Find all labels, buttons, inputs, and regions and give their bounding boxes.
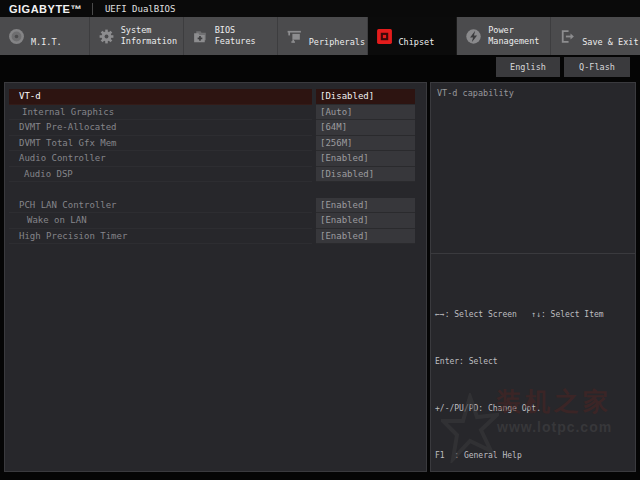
setting-row-dvmt-total-gfx-mem[interactable]: DVMT Total Gfx Mem [256M]: [5, 136, 426, 152]
dial-icon: [8, 28, 25, 45]
setting-label: Audio Controller: [9, 151, 312, 167]
setting-label: Audio DSP: [9, 167, 312, 183]
settings-rows: VT-d [Disabled] Internal Graphics [Auto]…: [5, 89, 426, 244]
tab-system-information[interactable]: System Information: [90, 17, 184, 55]
setting-value[interactable]: [Enabled]: [316, 213, 415, 229]
tab-bios-features[interactable]: BIOS Features: [184, 17, 278, 55]
folder-plus-icon: [192, 28, 209, 45]
setting-value[interactable]: [Auto]: [316, 105, 415, 121]
setting-label: Wake on LAN: [9, 213, 312, 229]
setting-label: PCH LAN Controller: [9, 198, 312, 214]
setting-row-audio-controller[interactable]: Audio Controller [Enabled]: [5, 151, 426, 167]
tab-label: BIOS Features: [215, 25, 277, 47]
tab-chipset[interactable]: Chipset: [368, 17, 458, 55]
setting-value[interactable]: [64M]: [316, 120, 415, 136]
qflash-button[interactable]: Q-Flash: [564, 57, 630, 77]
tab-peripherals[interactable]: Peripherals: [278, 17, 368, 55]
setting-row-high-precision-timer[interactable]: High Precision Timer [Enabled]: [5, 229, 426, 245]
setting-label: High Precision Timer: [9, 229, 312, 245]
exit-icon: [559, 28, 576, 45]
setting-label: DVMT Total Gfx Mem: [9, 136, 312, 152]
setting-row-pch-lan-controller[interactable]: PCH LAN Controller [Enabled]: [5, 198, 426, 214]
gigabyte-logo: GIGABYTE™: [9, 3, 82, 15]
bios-title: UEFI DualBIOS: [105, 4, 175, 14]
tab-label: Chipset: [399, 37, 435, 55]
tab-mit[interactable]: M.I.T.: [0, 17, 90, 55]
key-legend: ←→: Select Screen ↑↓: Select Item Enter:…: [435, 276, 633, 480]
settings-spacer-row: [5, 182, 426, 198]
setting-value[interactable]: [Enabled]: [316, 198, 415, 214]
setting-value[interactable]: [256M]: [316, 136, 415, 152]
setting-value[interactable]: [Disabled]: [316, 167, 415, 183]
lightning-icon: [465, 28, 482, 45]
gear-icon: [98, 28, 115, 45]
settings-pane: VT-d [Disabled] Internal Graphics [Auto]…: [4, 82, 427, 472]
setting-row-vtd[interactable]: VT-d [Disabled]: [5, 89, 426, 105]
tab-label: Save & Exit: [582, 37, 638, 55]
tab-label: M.I.T.: [31, 37, 62, 55]
setting-row-internal-graphics[interactable]: Internal Graphics [Auto]: [5, 105, 426, 121]
titlebar: GIGABYTE™ UEFI DualBIOS: [0, 0, 640, 17]
setting-value[interactable]: [Enabled]: [316, 151, 415, 167]
titlebar-divider: [92, 3, 93, 15]
tab-label: Peripherals: [309, 37, 365, 55]
setting-row-audio-dsp[interactable]: Audio DSP [Disabled]: [5, 167, 426, 183]
setting-label: DVMT Pre-Allocated: [9, 120, 312, 136]
chip-icon: [376, 28, 393, 45]
language-button[interactable]: English: [496, 57, 560, 77]
tab-label: System Information: [121, 25, 183, 47]
item-help-text: VT-d capability: [431, 83, 635, 254]
setting-label: Internal Graphics: [9, 105, 312, 121]
setting-value[interactable]: [Disabled]: [316, 89, 415, 105]
tab-bar: M.I.T. System Information: [0, 17, 640, 55]
camera-icon: [286, 28, 303, 45]
setting-value[interactable]: [Enabled]: [316, 229, 415, 245]
key-legend-line: F1 : General Help: [435, 448, 633, 464]
help-pane: VT-d capability ←→: Select Screen ↑↓: Se…: [430, 82, 636, 472]
setting-row-wake-on-lan[interactable]: Wake on LAN [Enabled]: [5, 213, 426, 229]
key-legend-line: Enter: Select: [435, 354, 633, 370]
tab-power-management[interactable]: Power Management: [457, 17, 551, 55]
bios-setup-screen: GIGABYTE™ UEFI DualBIOS M.I.T.: [0, 0, 640, 480]
tab-label: Power Management: [488, 25, 550, 47]
tab-save-exit[interactable]: Save & Exit: [551, 17, 640, 55]
setting-row-dvmt-pre-allocated[interactable]: DVMT Pre-Allocated [64M]: [5, 120, 426, 136]
key-legend-line: +/-/PU/PD: Change Opt.: [435, 401, 633, 417]
key-legend-line: ←→: Select Screen ↑↓: Select Item: [435, 307, 633, 323]
setting-label: VT-d: [9, 89, 312, 105]
